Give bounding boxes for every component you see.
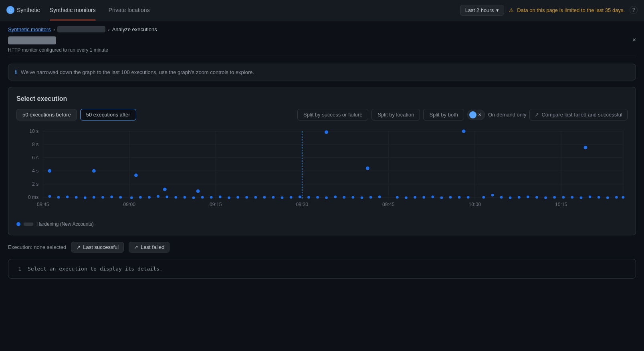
svg-text:0 ms: 0 ms bbox=[28, 195, 38, 200]
svg-point-67 bbox=[414, 196, 416, 199]
svg-point-62 bbox=[361, 197, 363, 199]
split-by-both-button[interactable]: Split by both bbox=[423, 109, 464, 120]
svg-point-56 bbox=[307, 196, 310, 199]
svg-point-84 bbox=[571, 196, 574, 199]
toggle-x-icon: ✕ bbox=[476, 112, 483, 117]
svg-point-38 bbox=[148, 196, 151, 199]
last-failed-icon: ↗ bbox=[134, 244, 138, 250]
legend-dot bbox=[16, 222, 20, 226]
svg-point-65 bbox=[396, 196, 399, 199]
help-icon[interactable]: ? bbox=[630, 6, 638, 14]
svg-point-46 bbox=[219, 196, 222, 199]
warning-banner: ⚠ Data on this page is limited to the la… bbox=[509, 7, 625, 13]
svg-point-88 bbox=[606, 197, 609, 199]
top-nav: ⬡ Synthetic Synthetic monitors Private l… bbox=[0, 0, 644, 20]
svg-point-35 bbox=[119, 196, 122, 199]
svg-point-28 bbox=[57, 196, 60, 199]
svg-point-75 bbox=[491, 194, 494, 197]
svg-point-36 bbox=[130, 197, 133, 199]
svg-point-54 bbox=[290, 196, 293, 199]
svg-point-77 bbox=[509, 197, 512, 199]
nav-private-locations[interactable]: Private locations bbox=[102, 0, 156, 20]
svg-point-45 bbox=[210, 196, 213, 199]
close-button[interactable]: × bbox=[632, 36, 636, 44]
svg-text:10:00: 10:00 bbox=[469, 202, 481, 207]
compare-icon: ↗ bbox=[535, 112, 539, 118]
svg-point-59 bbox=[334, 196, 337, 199]
split-by-success-button[interactable]: Split by success or failure bbox=[297, 109, 368, 120]
svg-text:09:00: 09:00 bbox=[123, 202, 136, 207]
svg-point-47 bbox=[228, 197, 230, 199]
split-by-location-button[interactable]: Split by location bbox=[371, 109, 420, 120]
svg-text:2 s: 2 s bbox=[32, 181, 38, 187]
svg-point-57 bbox=[316, 196, 319, 199]
execution-status: Execution: none selected bbox=[8, 244, 66, 250]
breadcrumb: Synthetic monitors › › Analyze execution… bbox=[0, 20, 644, 36]
50-before-button[interactable]: 50 executions before bbox=[16, 109, 77, 120]
svg-point-96 bbox=[325, 130, 328, 134]
svg-point-31 bbox=[84, 197, 87, 199]
on-demand-label: On demand only bbox=[488, 112, 526, 118]
execution-chart[interactable]: 10 s 8 s 6 s 4 s 2 s 0 ms 08:45 09:00 09… bbox=[16, 127, 628, 215]
svg-point-64 bbox=[378, 196, 381, 199]
svg-point-81 bbox=[544, 197, 547, 199]
svg-point-91 bbox=[48, 169, 51, 173]
svg-point-79 bbox=[527, 196, 529, 199]
svg-point-94 bbox=[163, 188, 167, 191]
breadcrumb-analyze-executions: Analyze executions bbox=[112, 26, 157, 32]
svg-point-83 bbox=[562, 196, 565, 199]
last-successful-button[interactable]: ↗ Last successful bbox=[71, 242, 124, 253]
svg-point-55 bbox=[299, 196, 301, 199]
svg-point-98 bbox=[462, 130, 466, 133]
svg-point-32 bbox=[93, 196, 95, 199]
compare-button[interactable]: ↗ Compare last failed and successful bbox=[529, 109, 628, 120]
breadcrumb-sep2: › bbox=[108, 26, 109, 32]
svg-point-89 bbox=[615, 196, 618, 199]
breadcrumb-synthetic-monitors[interactable]: Synthetic monitors bbox=[8, 26, 51, 32]
breadcrumb-monitor-name-blurred bbox=[57, 26, 105, 32]
svg-point-40 bbox=[166, 196, 168, 199]
svg-text:8 s: 8 s bbox=[32, 142, 38, 147]
50-after-button[interactable]: 50 executions after bbox=[80, 109, 136, 120]
time-range-button[interactable]: Last 2 hours ▾ bbox=[460, 5, 505, 16]
svg-text:10:15: 10:15 bbox=[555, 202, 567, 207]
svg-point-43 bbox=[192, 197, 195, 199]
svg-point-37 bbox=[139, 196, 142, 199]
panel-title: Select execution bbox=[16, 95, 628, 102]
info-banner: ℹ We've narrowed down the graph to the l… bbox=[8, 64, 636, 80]
execution-bar: Execution: none selected ↗ Last successf… bbox=[8, 242, 636, 253]
warning-icon: ⚠ bbox=[509, 7, 514, 13]
svg-point-29 bbox=[66, 196, 69, 199]
svg-point-86 bbox=[589, 196, 592, 199]
nav-synthetic-monitors[interactable]: Synthetic monitors bbox=[43, 0, 102, 20]
svg-point-34 bbox=[110, 196, 113, 199]
svg-text:6 s: 6 s bbox=[32, 155, 38, 160]
nav-right: Last 2 hours ▾ ⚠ Data on this page is li… bbox=[460, 5, 638, 16]
svg-point-41 bbox=[175, 196, 178, 199]
svg-point-90 bbox=[622, 196, 625, 199]
svg-point-44 bbox=[201, 196, 204, 199]
svg-point-30 bbox=[75, 196, 78, 199]
svg-point-33 bbox=[101, 196, 104, 199]
monitor-name-blurred bbox=[8, 36, 56, 44]
toggle-circle bbox=[469, 111, 476, 118]
svg-point-99 bbox=[584, 146, 587, 149]
svg-point-71 bbox=[449, 196, 452, 199]
last-failed-button[interactable]: ↗ Last failed bbox=[129, 242, 170, 253]
code-placeholder: Select an execution to display its detai… bbox=[28, 266, 163, 272]
svg-point-61 bbox=[352, 196, 355, 199]
svg-point-85 bbox=[580, 197, 583, 199]
breadcrumb-sep1: › bbox=[53, 26, 55, 32]
svg-point-80 bbox=[535, 196, 538, 199]
svg-text:09:45: 09:45 bbox=[382, 202, 395, 207]
nav-brand: ⬡ Synthetic bbox=[6, 6, 40, 14]
svg-point-68 bbox=[422, 196, 425, 199]
brand-icon: ⬡ bbox=[6, 6, 14, 14]
on-demand-toggle[interactable]: ✕ bbox=[467, 110, 485, 120]
svg-point-39 bbox=[157, 195, 159, 198]
svg-text:4 s: 4 s bbox=[32, 168, 38, 174]
execution-panel: Select execution 50 executions before 50… bbox=[8, 87, 636, 235]
monitor-title-bar: HTTP monitor configured to run every 1 m… bbox=[0, 36, 644, 57]
svg-point-27 bbox=[48, 195, 51, 198]
svg-point-70 bbox=[440, 197, 443, 199]
